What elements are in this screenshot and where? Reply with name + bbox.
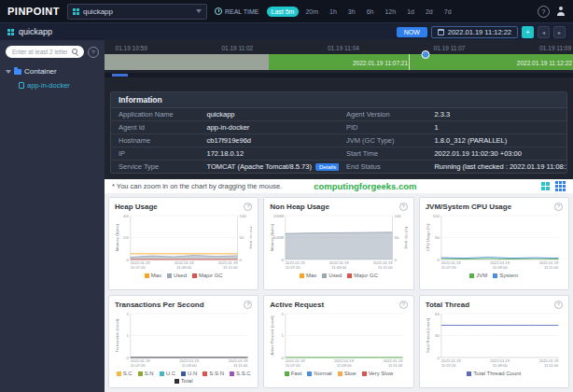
now-button[interactable]: NOW [397, 27, 427, 37]
svg-text:1: 1 [126, 333, 129, 338]
chart-plot[interactable]: 200M100100M5000Memory (bytes)Full GC (ms… [270, 212, 407, 272]
period-6h[interactable]: 6h [362, 7, 379, 17]
svg-text:2022.01.1911:11:00: 2022.01.1911:11:00 [538, 260, 558, 270]
legend-item[interactable]: Normal [307, 371, 331, 376]
svg-text:2022.01.1911:07:20: 2022.01.1911:07:20 [131, 260, 150, 270]
chart-card-jvm-system-cpu-usage: JVM/System CPU Usage ? 100500CPU Usage (… [419, 197, 569, 290]
user-icon[interactable] [556, 7, 566, 16]
svg-text:0: 0 [282, 258, 285, 262]
period-1h[interactable]: 1h [325, 7, 342, 17]
period-1d[interactable]: 1d [402, 7, 419, 17]
legend-swatch [307, 371, 312, 376]
legend-item[interactable]: S.C [117, 371, 133, 376]
help-icon[interactable]: ? [244, 301, 252, 309]
shift-right-button[interactable]: ▸ [553, 26, 566, 38]
svg-text:Total Thread (count): Total Thread (count) [426, 317, 430, 353]
legend-label: JVM [476, 273, 487, 278]
help-icon[interactable]: ? [554, 203, 563, 211]
shift-left-button[interactable]: ◂ [538, 26, 550, 38]
svg-text:100: 100 [432, 214, 440, 218]
grid-2x2-icon[interactable] [541, 182, 550, 190]
legend-swatch [300, 273, 304, 278]
svg-text:2022.01.1911:09:00: 2022.01.1911:09:00 [175, 260, 194, 270]
period-7d[interactable]: 7d [440, 7, 456, 17]
timeline-axis: 01.19 10:59 01.19 11:02 01.19 11:04 01.1… [108, 42, 569, 54]
svg-text:0: 0 [126, 258, 129, 262]
period-20m[interactable]: 20m [300, 7, 323, 17]
timeline-bar[interactable]: 2022.01.19 11:07:21 2022.01.19 11:12:22 [105, 54, 573, 70]
realtime-toggle[interactable]: REAL TIME [215, 7, 259, 15]
legend-item[interactable]: Max [300, 273, 316, 278]
help-icon[interactable]: ? [538, 6, 550, 18]
info-label: Agent Version [339, 110, 434, 119]
timeline-handle[interactable] [421, 50, 429, 59]
legend-item[interactable]: Total [175, 378, 193, 384]
search-icon[interactable] [72, 49, 79, 56]
datetime-picker[interactable]: 2022.01.19 11:12:22 [431, 26, 518, 38]
zoom-hint-text: * You can zoom in on the chart by draggi… [112, 182, 282, 190]
help-icon[interactable]: ? [399, 203, 408, 211]
chart-plot[interactable]: 100500CPU Usage (%)2022.01.1911:07:20202… [426, 212, 563, 272]
legend-item[interactable]: U.N [181, 371, 197, 376]
chart-title: Transactions Per Second [115, 301, 204, 309]
legend-item[interactable]: Major GC [347, 273, 378, 278]
legend-item[interactable]: JVM [469, 273, 487, 278]
appbar-right-controls: NOW 2022.01.19 11:12:22 + ◂ ▸ [397, 26, 566, 38]
legend-swatch [117, 371, 121, 376]
legend-item[interactable]: S.S.N [203, 371, 224, 376]
period-last-5m[interactable]: Last 5m [267, 7, 300, 17]
details-badge[interactable]: Details [315, 163, 339, 171]
legend-item[interactable]: Used [167, 273, 187, 278]
info-value: app-in-docker [206, 123, 339, 132]
legend-label: System [499, 273, 518, 278]
legend-swatch [192, 273, 197, 278]
chart-plot[interactable]: 4G1002G5000Memory (bytes)Full GC (ms)202… [115, 212, 252, 272]
help-icon[interactable]: ? [399, 301, 408, 309]
svg-text:2022.01.1911:11:00: 2022.01.1911:11:00 [373, 260, 393, 270]
legend-item[interactable]: Slow [338, 371, 356, 376]
help-icon[interactable]: ? [244, 203, 252, 211]
legend-swatch [230, 371, 234, 376]
legend-item[interactable]: Used [322, 273, 342, 278]
svg-text:4G: 4G [123, 214, 129, 218]
period-12h[interactable]: 12h [380, 7, 400, 17]
help-icon[interactable]: ? [554, 301, 563, 309]
watermark-text: computingforgeeks.com [314, 181, 416, 191]
add-button[interactable]: + [522, 26, 534, 38]
tree-item-app-in-docker[interactable]: app-in-docker [19, 81, 99, 90]
chart-plot[interactable]: 210Active Request (count)2022.01.1911:07… [270, 310, 407, 370]
legend-item[interactable]: Very Slow [362, 371, 394, 376]
legend-item[interactable]: Max [145, 273, 161, 278]
legend-item[interactable]: U.C [160, 371, 175, 376]
grid-3x3-icon[interactable] [555, 181, 566, 191]
tree-group-container[interactable]: Container [6, 67, 99, 76]
legend-item[interactable]: Total Thread Count [467, 371, 521, 376]
table-row: Hostname cb17f919e96d JVM (GC Type) 1.8.… [111, 134, 566, 147]
legend-item[interactable]: Major GC [192, 273, 223, 278]
chart-plot[interactable]: 210Transaction (count)2022.01.1911:07:20… [115, 310, 252, 370]
svg-text:2022.01.1911:07:20: 2022.01.1911:07:20 [286, 358, 305, 368]
legend-item[interactable]: S.S.C [230, 371, 251, 376]
timeline-minimap [105, 73, 573, 77]
legend-item[interactable]: Fast [285, 371, 302, 376]
chart-legend: JVMSystem [426, 273, 563, 278]
search-input[interactable] [10, 48, 69, 56]
legend-item[interactable]: System [493, 273, 518, 278]
sidebar-help-icon[interactable]: ? [88, 47, 99, 58]
chart-legend: Total Thread Count [426, 371, 563, 376]
info-value: 2022.01.19 11:02:30 +03:00 [434, 149, 566, 158]
svg-text:2G: 2G [123, 235, 129, 240]
chart-plot[interactable]: 60300Total Thread (count)2022.01.1911:07… [426, 310, 563, 370]
legend-swatch [285, 371, 289, 376]
calendar-icon [438, 29, 444, 35]
application-selector[interactable]: quickapp [67, 4, 207, 20]
legend-item[interactable]: S.N [138, 371, 154, 376]
chevron-down-icon [196, 9, 202, 13]
legend-label: Max [151, 273, 161, 278]
svg-text:100M: 100M [273, 235, 284, 240]
svg-text:Memory (bytes): Memory (bytes) [115, 223, 119, 251]
period-2d[interactable]: 2d [421, 7, 438, 17]
legend-label: Max [306, 273, 316, 278]
info-label: Agent Id [111, 123, 206, 132]
period-3h[interactable]: 3h [343, 7, 360, 17]
